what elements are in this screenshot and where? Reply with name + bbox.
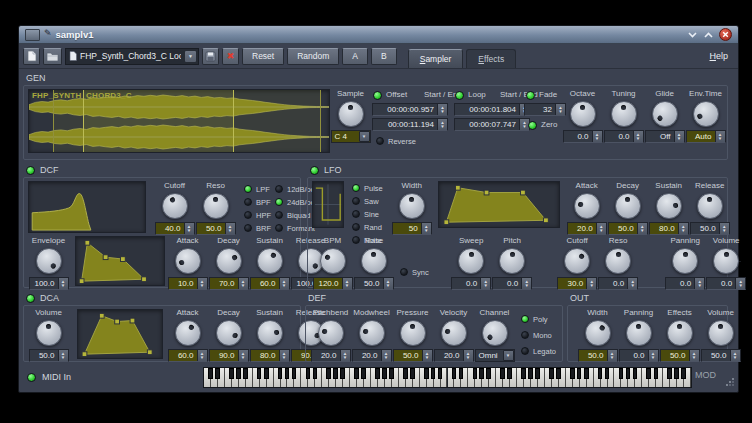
piano-key-black[interactable]	[507, 368, 512, 379]
spinner-buttons[interactable]: ▲▼	[184, 223, 194, 234]
octave-value[interactable]: 0.0▲▼	[563, 130, 603, 143]
spinner-buttons[interactable]: ▲▼	[730, 350, 740, 361]
spinner-buttons[interactable]: ▲▼	[421, 223, 431, 234]
knob-dial[interactable]	[175, 320, 201, 346]
lfo-wave-display[interactable]	[312, 181, 344, 228]
spinner-buttons[interactable]: ▲▼	[437, 104, 447, 115]
piano-key-black[interactable]	[473, 368, 478, 379]
knob-dial[interactable]	[499, 248, 525, 274]
volume-value[interactable]: 0.0▲▼	[706, 277, 746, 290]
spinner-buttons[interactable]: ▲▼	[592, 131, 602, 142]
pressure-value[interactable]: 50.0▲▼	[393, 349, 433, 362]
knob-cutoff[interactable]: Cutoff40.0▲▼	[154, 181, 195, 235]
offset-end-field[interactable]: 00:00:11.194 ▲▼	[372, 118, 448, 131]
piano-key-black[interactable]	[410, 368, 415, 379]
spinner-buttons[interactable]: ▲▼	[381, 350, 391, 361]
piano-key-black[interactable]	[619, 368, 624, 379]
knob-sustain[interactable]: Sustain80.0▲▼	[648, 181, 689, 235]
loop-end-field[interactable]: 00:00:07.747 ▲▼	[454, 118, 530, 131]
channel-combobox[interactable]: Omni▼	[475, 349, 515, 362]
knob-dial[interactable]	[203, 193, 229, 219]
panning-value[interactable]: 0.0▲▼	[619, 349, 659, 362]
attack-value[interactable]: 60.0▲▼	[168, 349, 208, 362]
spinner-buttons[interactable]: ▲▼	[197, 278, 207, 289]
volume-value[interactable]: 50.0▲▼	[701, 349, 741, 362]
radio-bpf[interactable]: BPF	[244, 196, 271, 208]
maximize-button[interactable]	[703, 30, 713, 40]
fade-led[interactable]	[526, 91, 535, 100]
piano-key-black[interactable]	[403, 368, 408, 379]
radio-pulse[interactable]: Pulse	[352, 182, 383, 194]
spinner-buttons[interactable]: ▲▼	[197, 350, 207, 361]
spinner-buttons[interactable]: ▲▼	[715, 131, 725, 142]
knob-pitchbend[interactable]: Pitchbend20.0▲▼	[310, 308, 351, 362]
piano-key-black[interactable]	[333, 368, 338, 379]
piano-key-black[interactable]	[278, 368, 283, 379]
piano-key-black[interactable]	[285, 368, 290, 379]
piano-key-black[interactable]	[431, 368, 436, 379]
zero-led[interactable]	[528, 121, 537, 130]
tab-sampler[interactable]: Sampler	[408, 49, 464, 68]
close-button[interactable]	[719, 28, 732, 41]
piano-key-black[interactable]	[452, 368, 457, 379]
piano-key-black[interactable]	[521, 368, 526, 379]
radio-legato[interactable]: Legato	[521, 345, 556, 357]
random-button[interactable]: Random	[287, 48, 339, 65]
knob-decay[interactable]: Decay50.0▲▼	[607, 181, 648, 235]
preset-name[interactable]: FHP_Synth_Chord3_C Loop1	[80, 51, 181, 61]
lfo-envelope-display[interactable]	[438, 181, 560, 228]
piano-key-black[interactable]	[243, 368, 248, 379]
sustain-value[interactable]: 80.0▲▼	[649, 222, 689, 235]
knob-dial[interactable]	[585, 320, 611, 346]
piano-key-black[interactable]	[292, 368, 297, 379]
piano-key-black[interactable]	[306, 368, 311, 379]
filter-response-display[interactable]	[28, 181, 146, 233]
piano-key-black[interactable]	[681, 368, 686, 379]
radio-saw[interactable]: Saw	[352, 195, 383, 207]
knob-attack[interactable]: Attack20.0▲▼	[566, 181, 607, 235]
spinner-buttons[interactable]: ▲▼	[648, 350, 658, 361]
spinner-buttons[interactable]: ▲▼	[437, 119, 447, 130]
knob-dial[interactable]	[574, 193, 600, 219]
piano-key-black[interactable]	[479, 368, 484, 379]
piano-key-black[interactable]	[486, 368, 491, 379]
checkbox-sync[interactable]: Sync	[400, 266, 429, 278]
knob-dial[interactable]	[693, 101, 719, 127]
attack-value[interactable]: 20.0▲▼	[567, 222, 607, 235]
decay-value[interactable]: 70.0▲▼	[209, 277, 249, 290]
knob-envelope[interactable]: Envelope100.0▲▼	[28, 236, 69, 290]
a-button[interactable]: A	[342, 48, 368, 65]
piano-key-black[interactable]	[340, 368, 345, 379]
reso-value[interactable]: 50.0▲▼	[196, 222, 236, 235]
sample-combobox[interactable]: C 4▼	[331, 130, 371, 143]
new-preset-button[interactable]	[23, 48, 40, 65]
fade-field[interactable]: 32 ▲▼	[524, 103, 566, 116]
knob-dial[interactable]	[667, 320, 693, 346]
radio-hpf[interactable]: HPF	[244, 209, 271, 221]
effects-value[interactable]: 50.0▲▼	[660, 349, 700, 362]
piano-key-black[interactable]	[208, 368, 213, 379]
checkbox-reverse[interactable]: Reverse	[376, 135, 416, 147]
reso-value[interactable]: 0.0▲▼	[598, 277, 638, 290]
knob-dial[interactable]	[652, 101, 678, 127]
spinner-buttons[interactable]: ▲▼	[225, 223, 235, 234]
b-button[interactable]: B	[371, 48, 397, 65]
spinner-buttons[interactable]: ▲▼	[689, 350, 699, 361]
knob-dial[interactable]	[611, 101, 637, 127]
knob-pressure[interactable]: Pressure50.0▲▼	[392, 308, 433, 362]
knob-dial[interactable]	[338, 101, 364, 127]
sustain-value[interactable]: 80.0▲▼	[250, 349, 290, 362]
rate-value[interactable]: 50.0▲▼	[354, 277, 394, 290]
knob-dial[interactable]	[615, 193, 641, 219]
spinner-buttons[interactable]: ▲▼	[463, 350, 473, 361]
spinner-buttons[interactable]: ▲▼	[633, 131, 643, 142]
bpm-value[interactable]: 120.0▲▼	[313, 277, 353, 290]
knob-width[interactable]: Width50▲▼	[391, 181, 432, 235]
piano-key-black[interactable]	[438, 368, 443, 379]
knob-modwheel[interactable]: Modwheel20.0▲▼	[351, 308, 392, 362]
delete-preset-button[interactable]: ✖	[222, 48, 239, 65]
knob-dial[interactable]	[36, 248, 62, 274]
knob-dial[interactable]	[216, 320, 242, 346]
knob-dial[interactable]	[361, 248, 387, 274]
piano-key-black[interactable]	[584, 368, 589, 379]
